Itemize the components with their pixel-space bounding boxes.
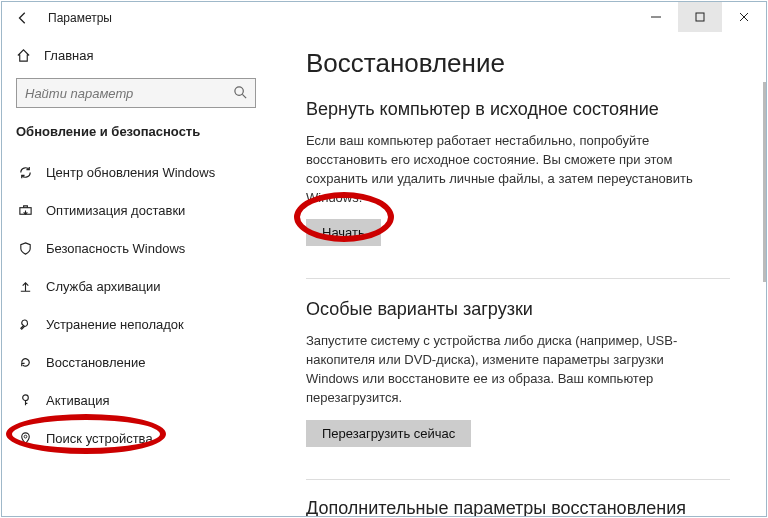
section-heading: Дополнительные параметры восстановления [306,498,730,516]
minimize-button[interactable] [634,2,678,32]
section-heading: Особые варианты загрузки [306,299,730,320]
recovery-icon [18,355,34,370]
sidebar-item-recovery[interactable]: Восстановление [16,343,256,381]
sidebar: Главная Обновление и безопасность Центр … [2,34,270,516]
section-heading: Вернуть компьютер в исходное состояние [306,99,730,120]
svg-point-2 [235,87,243,95]
sidebar-item-windows-security[interactable]: Безопасность Windows [16,229,256,267]
search-icon [233,85,248,103]
sidebar-home-label: Главная [44,48,93,63]
sidebar-item-delivery-optimization[interactable]: Оптимизация доставки [16,191,256,229]
sidebar-item-label: Устранение неполадок [46,317,184,332]
location-icon [18,431,34,446]
wrench-icon [18,317,34,332]
page-title: Восстановление [306,48,730,79]
sidebar-item-find-my-device[interactable]: Поиск устройства [16,419,256,457]
section-body: Если ваш компьютер работает нестабильно,… [306,132,706,207]
svg-line-3 [242,94,246,98]
delivery-icon [18,203,34,218]
sidebar-item-windows-update[interactable]: Центр обновления Windows [16,153,256,191]
sidebar-item-label: Активация [46,393,109,408]
window-title: Параметры [48,11,112,25]
maximize-button[interactable] [678,2,722,32]
section-body: Запустите систему с устройства либо диск… [306,332,706,407]
titlebar: Параметры [2,2,766,34]
backup-icon [18,279,34,294]
sidebar-item-activation[interactable]: Активация [16,381,256,419]
section-reset-pc: Вернуть компьютер в исходное состояние Е… [306,99,730,256]
sidebar-item-label: Центр обновления Windows [46,165,215,180]
svg-point-5 [23,394,29,400]
back-icon[interactable] [16,11,30,25]
search-input[interactable] [16,78,256,108]
close-button[interactable] [722,2,766,32]
sidebar-item-label: Оптимизация доставки [46,203,185,218]
scrollbar[interactable] [763,82,766,282]
window-controls [634,2,766,32]
home-icon [16,48,32,63]
restart-now-button[interactable]: Перезагрузить сейчас [306,420,471,447]
svg-rect-1 [696,13,704,21]
sidebar-item-backup[interactable]: Служба архивации [16,267,256,305]
sidebar-section-header: Обновление и безопасность [16,124,256,139]
sidebar-item-label: Служба архивации [46,279,161,294]
settings-window: Параметры Главная [1,1,767,517]
sidebar-item-home[interactable]: Главная [16,40,256,70]
shield-icon [18,241,34,256]
sidebar-item-label: Безопасность Windows [46,241,185,256]
section-advanced-startup: Особые варианты загрузки Запустите систе… [306,278,730,456]
key-icon [18,393,34,408]
sidebar-item-label: Восстановление [46,355,145,370]
sidebar-item-troubleshoot[interactable]: Устранение неполадок [16,305,256,343]
search-box[interactable] [16,78,256,108]
svg-point-6 [24,435,27,438]
sync-icon [18,165,34,180]
section-more-recovery: Дополнительные параметры восстановления … [306,479,730,516]
content-pane: Восстановление Вернуть компьютер в исход… [270,34,766,516]
start-reset-button[interactable]: Начать [306,219,381,246]
sidebar-item-label: Поиск устройства [46,431,153,446]
